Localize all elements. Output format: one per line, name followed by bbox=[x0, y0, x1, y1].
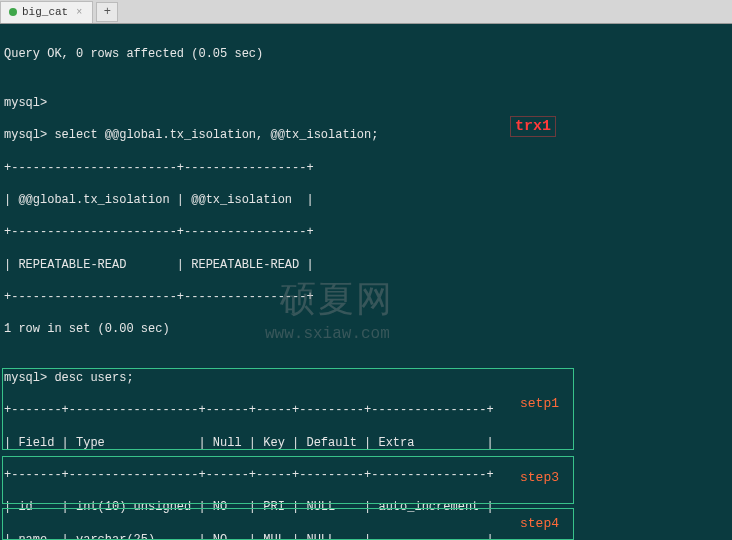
annotation-label-step4: step4 bbox=[520, 516, 559, 531]
tab-big-cat[interactable]: big_cat × bbox=[0, 1, 93, 23]
tab-title: big_cat bbox=[22, 6, 68, 18]
terminal-line: +-----------------------+---------------… bbox=[4, 289, 728, 305]
terminal-line: +-----------------------+---------------… bbox=[4, 160, 728, 176]
terminal-line: | Field | Type | Null | Key | Default | … bbox=[4, 435, 728, 451]
annotation-trx1: trx1 bbox=[510, 116, 556, 137]
terminal-line: | id | int(10) unsigned | NO | PRI | NUL… bbox=[4, 499, 728, 515]
terminal-line: mysql> select @@global.tx_isolation, @@t… bbox=[4, 127, 728, 143]
annotation-label-step1: setp1 bbox=[520, 396, 559, 411]
terminal-line: +-----------------------+---------------… bbox=[4, 224, 728, 240]
terminal-output[interactable]: Query OK, 0 rows affected (0.05 sec) mys… bbox=[0, 24, 732, 540]
terminal-line: mysql> bbox=[4, 95, 728, 111]
terminal-line: | @@global.tx_isolation | @@tx_isolation… bbox=[4, 192, 728, 208]
terminal-line: +-------+------------------+------+-----… bbox=[4, 402, 728, 418]
terminal-line: 1 row in set (0.00 sec) bbox=[4, 321, 728, 337]
terminal-line: | name | varchar(25) | NO | MUL | NULL |… bbox=[4, 532, 728, 540]
close-icon[interactable]: × bbox=[76, 7, 82, 18]
add-tab-button[interactable]: + bbox=[96, 2, 118, 22]
annotation-label-step3: step3 bbox=[520, 470, 559, 485]
plus-icon: + bbox=[104, 5, 111, 19]
terminal-line: | REPEATABLE-READ | REPEATABLE-READ | bbox=[4, 257, 728, 273]
terminal-line: mysql> desc users; bbox=[4, 370, 728, 386]
terminal-line: +-------+------------------+------+-----… bbox=[4, 467, 728, 483]
terminal-line: Query OK, 0 rows affected (0.05 sec) bbox=[4, 46, 728, 62]
status-dot-icon bbox=[9, 8, 17, 16]
tab-bar: big_cat × + bbox=[0, 0, 732, 24]
